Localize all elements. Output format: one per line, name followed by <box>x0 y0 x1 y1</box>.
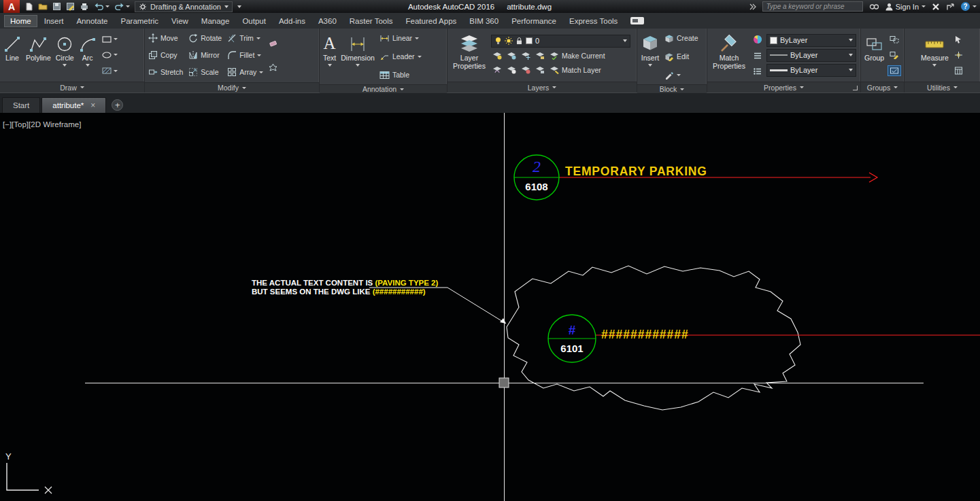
rectangle-button[interactable] <box>101 35 119 44</box>
transparency-icon[interactable] <box>751 34 764 45</box>
id-point-icon[interactable] <box>953 50 964 60</box>
autocad-logo[interactable]: A <box>3 0 20 13</box>
layer-select[interactable]: 0 <box>491 35 630 48</box>
groups-panel-label[interactable]: Groups <box>861 82 904 92</box>
new-tab-button[interactable]: + <box>112 99 123 111</box>
layer-on-icon[interactable] <box>505 65 518 75</box>
tab-insert[interactable]: Insert <box>38 15 70 27</box>
layer-isolate-icon[interactable] <box>505 50 518 61</box>
object-color-select[interactable]: ByLayer <box>766 34 856 47</box>
quick-calc-icon[interactable] <box>953 66 964 75</box>
tab-manage[interactable]: Manage <box>195 15 236 27</box>
linetype-select[interactable]: ByLayer <box>766 49 856 62</box>
tab-parametric[interactable]: Parametric <box>115 15 165 27</box>
file-tab-start[interactable]: Start <box>2 97 40 113</box>
properties-list-icon[interactable] <box>751 67 764 76</box>
file-tab-attribute[interactable]: attribute* × <box>41 97 106 113</box>
modify-panel-label[interactable]: Modify <box>145 82 319 92</box>
plot-icon[interactable] <box>80 2 89 11</box>
lineweight-select[interactable]: ByLayer <box>766 64 856 77</box>
dimension-button[interactable]: Dimension <box>339 30 376 83</box>
group-button[interactable]: Group <box>863 30 885 80</box>
layer-thaw-icon[interactable] <box>520 65 532 75</box>
viewport-controls[interactable]: [−][Top][2D Wireframe] <box>3 120 81 128</box>
define-attributes-button[interactable] <box>663 67 700 83</box>
layer-freeze-icon[interactable] <box>520 50 532 61</box>
sign-in-button[interactable]: Sign In <box>885 3 926 11</box>
stretch-button[interactable]: Stretch <box>147 64 184 80</box>
draw-panel-label[interactable]: Draw <box>0 82 144 92</box>
tab-output[interactable]: Output <box>236 15 272 27</box>
linear-button[interactable]: Linear <box>378 30 423 46</box>
properties-panel-label[interactable]: Properties <box>707 82 860 92</box>
ribbon-options-icon[interactable] <box>630 16 645 25</box>
tab-performance[interactable]: Performance <box>505 15 562 27</box>
qat-customize-caret[interactable] <box>237 5 241 8</box>
layers-panel-label[interactable]: Layers <box>447 82 637 92</box>
tab-featured-apps[interactable]: Featured Apps <box>400 15 463 27</box>
layer-off-icon[interactable] <box>491 50 503 61</box>
help-button[interactable]: ? <box>961 2 977 11</box>
redo-icon[interactable] <box>114 2 130 11</box>
circle-button[interactable]: Circle <box>54 30 75 80</box>
mirror-button[interactable]: Mirror <box>187 47 223 63</box>
leader-button[interactable]: Leader <box>378 48 423 65</box>
list-icon[interactable] <box>751 51 764 61</box>
text-button[interactable]: A Text <box>322 30 337 83</box>
copy-button[interactable]: Copy <box>147 47 184 63</box>
tab-express-tools[interactable]: Express Tools <box>563 15 624 27</box>
table-button[interactable]: Table <box>378 67 423 83</box>
layer-properties-button[interactable]: Layer Properties <box>450 30 489 80</box>
search-input[interactable] <box>762 1 863 12</box>
ellipse-button[interactable] <box>101 50 119 60</box>
fillet-button[interactable]: Fillet <box>226 47 265 63</box>
make-current-button[interactable]: Make Current <box>548 50 607 62</box>
tab-add-ins[interactable]: Add-ins <box>273 15 311 27</box>
tab-home[interactable]: Home <box>4 15 37 27</box>
close-tab-icon[interactable]: × <box>90 101 95 109</box>
create-block-button[interactable]: Create <box>663 30 700 46</box>
erase-button[interactable] <box>267 39 279 48</box>
utilities-panel-label[interactable]: Utilities <box>905 82 980 92</box>
save-as-icon[interactable] <box>66 2 75 11</box>
share-icon[interactable] <box>946 3 955 11</box>
edit-block-button[interactable]: Edit <box>663 48 700 65</box>
layer-undo-icon[interactable] <box>491 65 503 75</box>
overflow-chevron-icon[interactable] <box>749 3 756 10</box>
undo-icon[interactable] <box>94 2 109 11</box>
match-layer-button[interactable]: Match Layer <box>548 64 603 76</box>
group-selection-toggle[interactable] <box>888 66 900 75</box>
layer-unlock-icon[interactable] <box>534 65 546 75</box>
match-properties-button[interactable]: Match Properties <box>709 30 749 80</box>
tab-view[interactable]: View <box>165 15 195 27</box>
explode-button[interactable] <box>267 63 279 72</box>
tab-raster-tools[interactable]: Raster Tools <box>343 15 399 27</box>
group-edit-icon[interactable] <box>888 50 900 60</box>
drawing-viewport[interactable]: [−][Top][2D Wireframe] 2 6108 TEMPORARY … <box>0 113 980 501</box>
layer-lock-icon[interactable] <box>534 50 546 61</box>
arc-button[interactable]: Arc <box>78 30 98 80</box>
rotate-button[interactable]: Rotate <box>187 30 223 46</box>
move-button[interactable]: Move <box>147 30 184 46</box>
save-icon[interactable] <box>52 2 61 11</box>
tab-a360[interactable]: A360 <box>312 15 343 27</box>
hatch-button[interactable] <box>101 66 119 75</box>
measure-button[interactable]: Measure <box>919 30 950 80</box>
line-button[interactable]: Line <box>2 30 22 80</box>
polyline-button[interactable]: Polyline <box>24 30 52 80</box>
workspace-switcher[interactable]: Drafting & Annotation <box>135 1 233 12</box>
properties-dialog-launcher[interactable] <box>853 86 858 90</box>
tab-bim-360[interactable]: BIM 360 <box>463 15 505 27</box>
scale-button[interactable]: Scale <box>187 64 223 80</box>
drawing-canvas[interactable]: [−][Top][2D Wireframe] 2 6108 TEMPORARY … <box>0 113 980 501</box>
exchange-search-icon[interactable] <box>869 3 879 11</box>
trim-button[interactable]: Trim <box>226 30 265 46</box>
array-button[interactable]: Array <box>226 64 265 80</box>
ungroup-icon[interactable] <box>888 35 900 44</box>
exchange-apps-icon[interactable] <box>932 3 940 11</box>
open-folder-icon[interactable] <box>38 2 48 11</box>
block-panel-label[interactable]: Block <box>637 84 707 93</box>
tab-annotate[interactable]: Annotate <box>70 15 114 27</box>
insert-button[interactable]: Insert <box>639 30 661 83</box>
quick-select-icon[interactable] <box>953 35 964 44</box>
